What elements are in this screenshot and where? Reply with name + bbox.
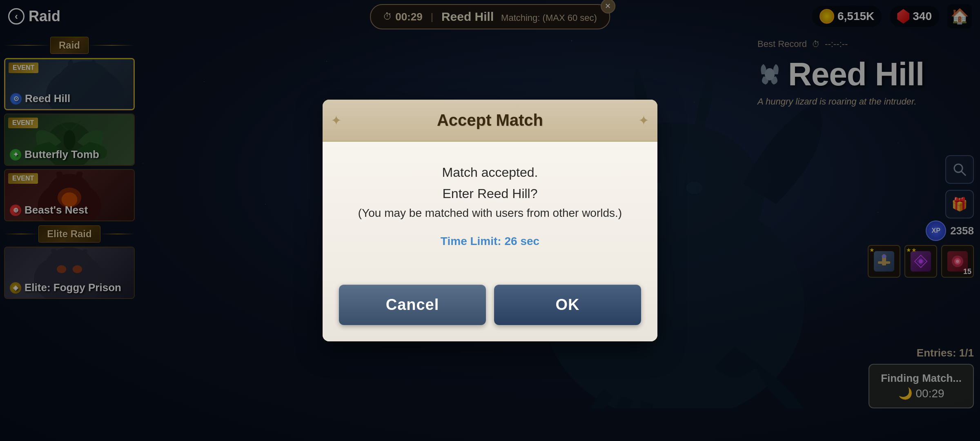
time-limit: Time Limit: 26 sec — [347, 235, 633, 248]
modal-title: Accept Match — [437, 111, 543, 129]
accept-match-modal: Accept Match Match accepted. Enter Reed … — [323, 100, 657, 341]
modal-header: Accept Match — [323, 100, 657, 142]
modal-message: Match accepted. Enter Reed Hill? (You ma… — [347, 162, 633, 222]
modal-line1: Match accepted. — [347, 162, 633, 183]
modal-line3: (You may be matched with users from othe… — [347, 204, 633, 223]
ok-button[interactable]: OK — [494, 285, 641, 325]
modal-buttons: Cancel OK — [323, 276, 657, 341]
modal-overlay: Accept Match Match accepted. Enter Reed … — [0, 0, 980, 441]
cancel-button[interactable]: Cancel — [339, 285, 486, 325]
modal-line2: Enter Reed Hill? — [347, 183, 633, 204]
modal-body: Match accepted. Enter Reed Hill? (You ma… — [323, 142, 657, 276]
